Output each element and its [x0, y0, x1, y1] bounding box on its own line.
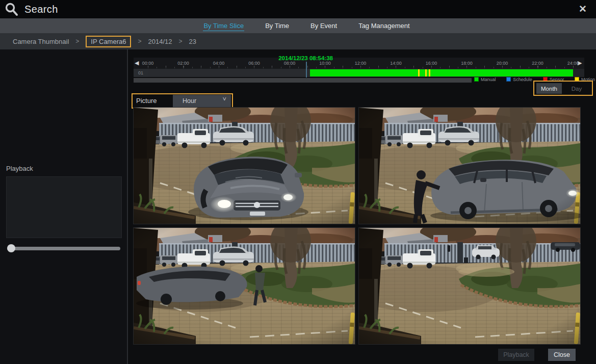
playback-button[interactable]: Playback: [498, 349, 534, 361]
breadcrumb-camera-thumbnail[interactable]: Camera Thumbnail: [13, 38, 69, 45]
legend-label: Manual: [481, 77, 496, 82]
tab-tag-management[interactable]: Tag Management: [358, 21, 410, 31]
close-button[interactable]: Close: [548, 349, 576, 361]
day-button[interactable]: Day: [563, 83, 590, 94]
timeline-cursor[interactable]: [306, 62, 307, 77]
camera-thumbnail[interactable]: [359, 108, 580, 224]
camera-snapshot-image: [359, 108, 580, 224]
camera-snapshot-image: [134, 228, 355, 344]
timeline-scrollbar[interactable]: [134, 78, 472, 83]
timeline-hour-label: 02:00: [177, 61, 189, 66]
breadcrumb-separator: >: [178, 38, 182, 45]
timeline-hour-label: 16:00: [426, 61, 437, 66]
search-window: Search ✕ By Time Slice By Time By Event …: [0, 0, 596, 364]
channel-number: 01: [134, 69, 148, 77]
breadcrumb-separator: >: [75, 38, 79, 45]
timeline-hour-label: 10:00: [319, 61, 331, 66]
close-icon[interactable]: ✕: [575, 2, 591, 16]
timeline-hour-label: 24:00: [567, 61, 579, 66]
timeline-hour-label: 06:00: [248, 61, 260, 66]
breadcrumb: Camera Thumbnail > IP Camera6 > 2014/12 …: [0, 33, 596, 49]
timeline-hour-label: 04:00: [213, 61, 225, 66]
search-icon: [4, 2, 18, 16]
playback-section-label: Playback: [6, 165, 33, 172]
camera-thumbnail[interactable]: [134, 108, 355, 224]
dropdown-value: Hour: [183, 97, 196, 105]
timeline-hour-label: 14:00: [390, 61, 402, 66]
camera-thumbnail[interactable]: [359, 228, 580, 344]
picture-label: Picture: [136, 97, 157, 105]
month-button[interactable]: Month: [536, 83, 562, 94]
timeline-hour-label: 18:00: [461, 61, 473, 66]
timeline-hour-label: 12:00: [355, 61, 367, 66]
playback-sidebar: Playback: [0, 49, 128, 364]
legend-label: Schedule: [513, 77, 532, 82]
timeline-ticks-minor: [148, 67, 574, 68]
tab-by-time[interactable]: By Time: [265, 21, 290, 31]
legend-color-swatch: [474, 77, 479, 82]
chevron-down-icon: ˅: [222, 95, 226, 103]
timeline-hour-label: 22:00: [532, 61, 543, 66]
playback-preview: [6, 176, 122, 238]
timeline-hour-label: 20:00: [497, 61, 508, 66]
legend-item: Manual: [474, 77, 496, 82]
legend-item: Schedule: [506, 77, 532, 82]
camera-thumbnail[interactable]: [134, 228, 355, 344]
breadcrumb-ip-camera6-highlighted[interactable]: IP Camera6: [86, 36, 131, 47]
timeline-hour-label: 00:00: [142, 61, 154, 66]
breadcrumb-day[interactable]: 23: [189, 38, 196, 45]
camera-snapshot-image: [359, 228, 580, 344]
timeline-prev-icon[interactable]: ◀: [135, 60, 139, 66]
playback-slider[interactable]: [6, 244, 121, 253]
time-unit-dropdown[interactable]: Hour ˅: [173, 95, 231, 107]
recording-bar[interactable]: [310, 69, 573, 76]
motion-mark: [429, 69, 430, 76]
title-bar: Search ✕: [0, 0, 596, 18]
motion-mark: [425, 69, 427, 76]
tab-by-time-slice[interactable]: By Time Slice: [203, 21, 244, 31]
timeline-hour-label: 08:00: [284, 61, 296, 66]
slider-thumb[interactable]: [7, 244, 15, 252]
camera-snapshot-image: [134, 108, 355, 224]
slider-track[interactable]: [7, 247, 120, 250]
tab-by-event[interactable]: By Event: [310, 21, 338, 31]
legend-color-swatch: [506, 77, 511, 82]
window-title: Search: [24, 4, 58, 15]
breadcrumb-month[interactable]: 2014/12: [148, 38, 172, 45]
breadcrumb-separator: >: [138, 38, 141, 45]
motion-mark: [418, 69, 420, 76]
search-mode-tabs: By Time Slice By Time By Event Tag Manag…: [0, 18, 596, 33]
